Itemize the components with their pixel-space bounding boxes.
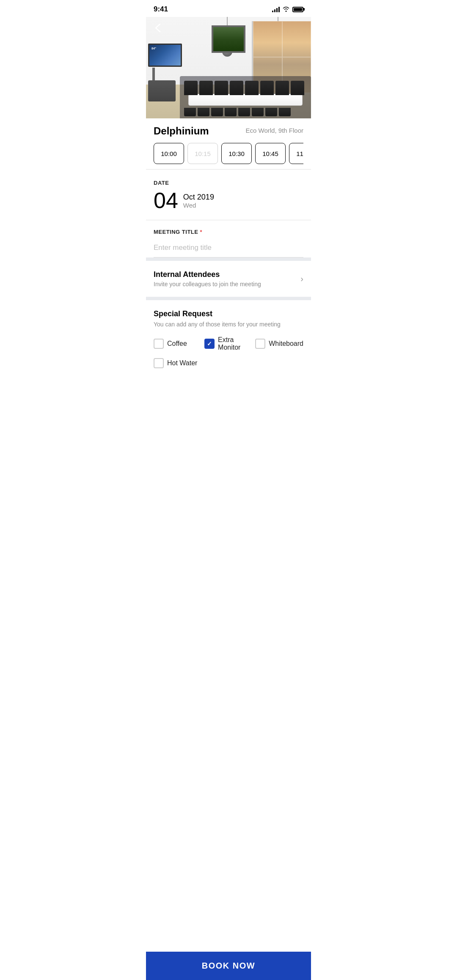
attendees-subtitle: Invite your colleagues to join the meeti… (154, 281, 261, 287)
main-content: Delphinium Eco World, 9th Floor 10:0010:… (146, 118, 311, 257)
attendees-title: Internal Attendees (154, 270, 261, 279)
signal-icon (272, 6, 280, 12)
attendees-chevron-right-icon: › (300, 274, 303, 284)
room-header: Delphinium Eco World, 9th Floor (154, 118, 303, 143)
special-request-content: Special Request You can add any of those… (146, 300, 311, 382)
room-photo: 84" (146, 17, 311, 118)
time-slots-container: 10:0010:1510:3010:4511:0011:15 (154, 143, 303, 169)
status-icons (272, 6, 303, 13)
checkbox-label-extra-monitor: Extra Monitor (218, 336, 252, 351)
picture-frame (212, 25, 245, 53)
chairs-back-row (184, 81, 307, 95)
date-details: Oct 2019 Wed (183, 189, 214, 209)
checkbox-whiteboard[interactable]: Whiteboard (255, 336, 303, 351)
checkbox-box-hot-water (154, 358, 164, 368)
time-slot-1015: 10:15 (187, 143, 218, 164)
date-weekday: Wed (183, 202, 214, 209)
section-divider-2 (146, 297, 311, 300)
room-location: Eco World, 9th Floor (246, 125, 303, 134)
checkbox-label-hot-water: Hot Water (167, 359, 197, 367)
special-request-title: Special Request (154, 309, 303, 318)
book-now-bar[interactable]: BOOK NOW (146, 952, 311, 980)
special-request-subtitle: You can add any of those items for your … (154, 321, 303, 328)
meeting-title-input[interactable] (154, 238, 303, 257)
time-slot-1045[interactable]: 10:45 (255, 143, 286, 164)
required-indicator: * (200, 229, 202, 235)
checkbox-hot-water-row[interactable]: Hot Water (154, 358, 303, 368)
status-bar: 9:41 (146, 0, 311, 17)
hero-image: 84" (146, 17, 311, 118)
special-request-section: Special Request You can add any of those… (154, 300, 303, 382)
checkbox-extra-monitor[interactable]: ✓Extra Monitor (204, 336, 252, 351)
date-day: 04 (154, 189, 178, 211)
time-slot-1030[interactable]: 10:30 (221, 143, 252, 164)
attendees-content: Internal Attendees Invite your colleague… (146, 261, 311, 297)
checkboxes-row-1: Coffee✓Extra MonitorWhiteboard (154, 336, 303, 351)
checkbox-box-whiteboard (255, 339, 265, 349)
attendees-section[interactable]: Internal Attendees Invite your colleague… (154, 261, 303, 297)
date-label: DATE (154, 180, 303, 186)
back-button[interactable] (151, 21, 165, 35)
status-time: 9:41 (154, 5, 168, 14)
checkbox-coffee[interactable]: Coffee (154, 336, 201, 351)
time-slot-1000[interactable]: 10:00 (154, 143, 184, 164)
tv-display: 84" (148, 44, 182, 101)
battery-icon (292, 7, 303, 12)
wifi-icon (282, 6, 290, 13)
chairs-front-row (184, 108, 307, 116)
checkbox-box-extra-monitor: ✓ (204, 339, 215, 349)
date-display: 04 Oct 2019 Wed (154, 189, 303, 211)
room-name: Delphinium (154, 125, 209, 137)
bottom-spacer (146, 382, 311, 416)
book-now-label: BOOK NOW (202, 961, 255, 971)
checkbox-box-coffee (154, 339, 164, 349)
date-section: DATE 04 Oct 2019 Wed (154, 170, 303, 220)
checkbox-hot-water[interactable]: Hot Water (154, 358, 197, 368)
section-divider-1 (146, 257, 311, 261)
meeting-title-label: MEETING TITLE* (154, 229, 303, 235)
attendees-text: Internal Attendees Invite your colleague… (154, 270, 261, 287)
checkbox-label-coffee: Coffee (167, 340, 187, 348)
meeting-title-section: MEETING TITLE* (154, 220, 303, 257)
time-slot-1100[interactable]: 11:00 (289, 143, 303, 164)
date-month-year: Oct 2019 (183, 193, 214, 202)
conference-table (188, 94, 303, 106)
checkbox-label-whiteboard: Whiteboard (269, 340, 303, 348)
